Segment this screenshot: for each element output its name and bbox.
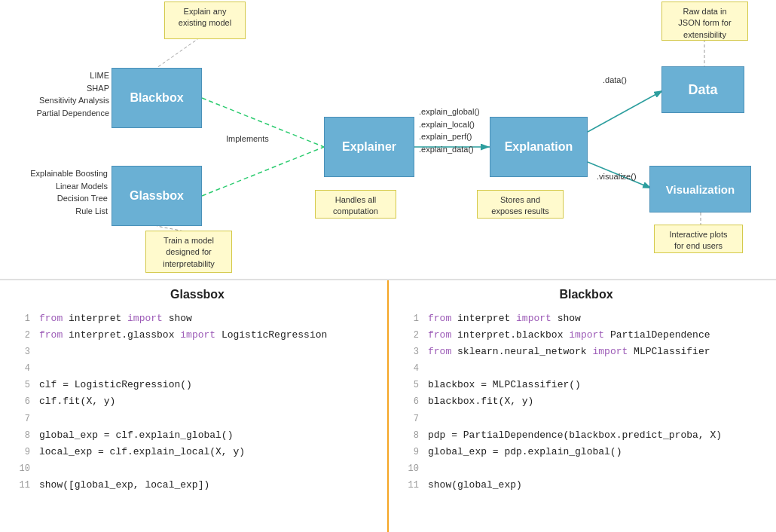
glassbox-methods-label: Explainable BoostingLinear ModelsDecisio… <box>4 167 108 217</box>
code-line: 9 local_exp = clf.explain_local(X, y) <box>15 444 387 460</box>
glassbox-code-panel: Glassbox 1 from interpret import show 2 … <box>0 280 387 532</box>
note-raw-json: Raw data inJSON form forextensibility <box>661 2 748 41</box>
code-line: 11 show(global_exp) <box>404 477 776 494</box>
note-stores-exposes: Stores andexposes results <box>477 190 564 219</box>
code-line: 6 clf.fit(X, y) <box>15 393 387 410</box>
glassbox-code-block: 1 from interpret import show 2 from inte… <box>8 310 387 494</box>
node-blackbox: Blackbox <box>112 68 202 128</box>
node-explainer: Explainer <box>324 117 414 177</box>
label-data-arrow: .data() <box>603 75 627 84</box>
code-line: 2 from interpret.glassbox import Logisti… <box>15 327 387 344</box>
svg-line-3 <box>588 90 663 132</box>
code-line: 10 <box>404 460 776 477</box>
blackbox-title: Blackbox <box>396 288 776 301</box>
label-visualize-arrow: .visualize() <box>597 172 637 181</box>
blackbox-code-block: 1 from interpret import show 2 from inte… <box>396 310 776 494</box>
glassbox-title: Glassbox <box>8 288 387 301</box>
svg-line-5 <box>157 38 200 68</box>
code-line: 1 from interpret import show <box>15 310 387 327</box>
code-line: 6 blackbox.fit(X, y) <box>404 393 776 410</box>
blackbox-code-panel: Blackbox 1 from interpret import show 2 … <box>387 280 776 532</box>
code-line: 8 global_exp = clf.explain_global() <box>15 427 387 444</box>
svg-line-1 <box>202 147 324 196</box>
code-line: 1 from interpret import show <box>404 310 776 327</box>
node-visualization: Visualization <box>649 166 751 212</box>
code-line: 3 <box>15 344 387 360</box>
blackbox-methods-label: LIMESHAPSensitivity AnalysisPartial Depe… <box>15 69 109 119</box>
diagram-section: Explain any existing model Train a model… <box>0 0 776 279</box>
note-handles-computation: Handles allcomputation <box>315 190 396 219</box>
code-line: 4 <box>15 360 387 377</box>
code-line: 7 <box>404 411 776 427</box>
code-line: 4 <box>404 360 776 377</box>
code-line: 2 from interpret.blackbox import Partial… <box>404 327 776 344</box>
code-line: 11 show([global_exp, local_exp]) <box>15 477 387 494</box>
code-line: 5 clf = LogisticRegression() <box>15 377 387 393</box>
note-explain-existing: Explain any existing model <box>164 2 246 39</box>
code-section: Glassbox 1 from interpret import show 2 … <box>0 279 776 532</box>
note-interactive-plots: Interactive plotsfor end users <box>654 225 743 253</box>
label-implements: Implements <box>226 134 269 143</box>
code-line: 9 global_exp = pdp.explain_global() <box>404 444 776 460</box>
code-line: 8 pdp = PartialDependence(blackbox.predi… <box>404 427 776 444</box>
note-train-model: Train a modeldesigned forinterpretabilit… <box>145 231 232 273</box>
node-explanation: Explanation <box>490 117 588 177</box>
code-line: 3 from sklearn.neural_network import MLP… <box>404 344 776 360</box>
code-line: 10 <box>15 460 387 477</box>
code-line: 7 <box>15 411 387 427</box>
node-glassbox: Glassbox <box>112 166 202 226</box>
node-data: Data <box>661 66 744 113</box>
label-explain-methods: .explain_global().explain_local().explai… <box>419 105 480 155</box>
code-line: 5 blackbox = MLPClassifier() <box>404 377 776 393</box>
